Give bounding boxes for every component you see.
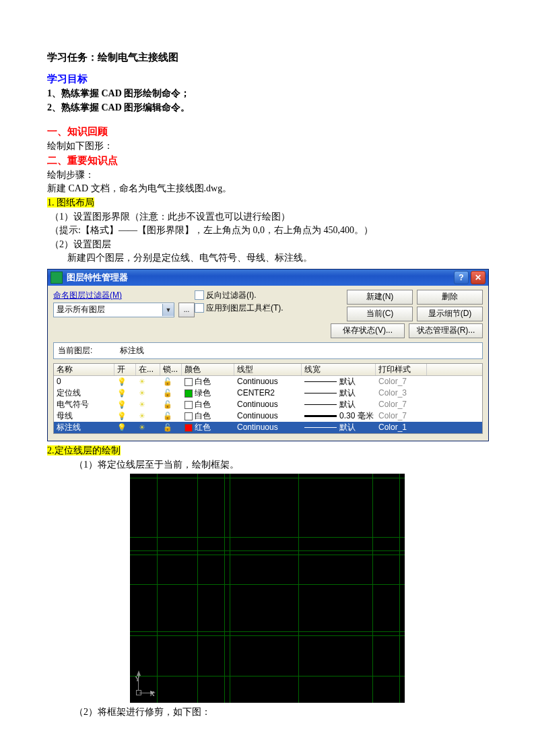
cell-linetype[interactable]: Continuous bbox=[234, 422, 302, 432]
help-button[interactable]: ? bbox=[454, 271, 469, 284]
detail-button[interactable]: 显示细节(D) bbox=[417, 307, 483, 321]
lineweight-icon bbox=[304, 381, 337, 382]
step-2a: （1）将定位线层至于当前，绘制框架。 bbox=[47, 458, 487, 472]
layer-manager-window: 图层特性管理器 ? ✕ 命名图层过滤器(M) 显示所有图层 ▼ ... bbox=[47, 269, 489, 441]
filter-label[interactable]: 命名图层过滤器(M) bbox=[53, 290, 195, 301]
checkbox-icon bbox=[195, 290, 204, 300]
ucs-origin-icon bbox=[136, 690, 141, 695]
cell-plot[interactable]: Color_7 bbox=[376, 411, 427, 420]
delete-button[interactable]: 删除 bbox=[417, 290, 483, 305]
cell-color[interactable]: 红色 bbox=[182, 422, 234, 433]
table-row[interactable]: 母线💡☀🔓白色Continuous0.30 毫米Color_7 bbox=[54, 410, 482, 422]
filter-browse-button[interactable]: ... bbox=[178, 303, 195, 317]
cell-lineweight[interactable]: 默认 bbox=[302, 422, 376, 433]
cell-color[interactable]: 白色 bbox=[182, 376, 234, 387]
cell-lock[interactable]: 🔓 bbox=[160, 422, 182, 432]
layer-filter-combo[interactable]: 显示所有图层 ▼ bbox=[53, 303, 174, 317]
lineweight-icon bbox=[304, 404, 337, 405]
cell-linetype[interactable]: Continuous bbox=[234, 411, 302, 420]
color-swatch bbox=[185, 424, 193, 432]
cell-freeze[interactable]: ☀ bbox=[136, 422, 160, 432]
state-manager-button[interactable]: 状态管理器(R)... bbox=[409, 323, 483, 338]
col-plot[interactable]: 打印样式 bbox=[376, 364, 427, 375]
invert-filter-checkbox[interactable]: 反向过滤器(I). bbox=[195, 290, 309, 301]
cell-lock[interactable]: 🔓 bbox=[160, 388, 182, 398]
lock-icon: 🔓 bbox=[163, 400, 172, 408]
current-layer-field: 当前图层: 标注线 bbox=[53, 342, 483, 359]
cell-lineweight[interactable]: 默认 bbox=[302, 399, 376, 410]
cell-on[interactable]: 💡 bbox=[114, 388, 136, 398]
cell-lock[interactable]: 🔓 bbox=[160, 411, 182, 420]
cell-on[interactable]: 💡 bbox=[114, 411, 136, 420]
cell-lineweight[interactable]: 默认 bbox=[302, 387, 376, 399]
step-2b: （2）将框架进行修剪，如下图： bbox=[47, 705, 487, 719]
cell-lineweight[interactable]: 0.30 毫米 bbox=[302, 410, 376, 422]
cell-freeze[interactable]: ☀ bbox=[136, 400, 160, 409]
step-1-highlight: 1. 图纸布局 bbox=[47, 197, 94, 208]
col-lock[interactable]: 锁... bbox=[160, 364, 182, 375]
apply-toolbar-checkbox[interactable]: 应用到图层工具栏(T). bbox=[195, 303, 309, 314]
color-swatch bbox=[185, 378, 193, 386]
cell-lineweight[interactable]: 默认 bbox=[302, 376, 376, 387]
cell-freeze[interactable]: ☀ bbox=[136, 411, 160, 420]
cell-linetype[interactable]: CENTER2 bbox=[234, 388, 302, 398]
layer-table: 名称 开 在... 锁... 颜色 线型 线宽 打印样式 0💡☀🔓白色Conti… bbox=[53, 363, 483, 434]
table-row[interactable]: 定位线💡☀🔓绿色CENTER2默认Color_3 bbox=[54, 387, 482, 399]
titlebar[interactable]: 图层特性管理器 ? ✕ bbox=[48, 270, 488, 286]
table-row[interactable]: 电气符号💡☀🔓白色Continuous默认Color_7 bbox=[54, 399, 482, 410]
apply-toolbar-label: 应用到图层工具栏(T). bbox=[206, 303, 283, 314]
cell-plot[interactable]: Color_7 bbox=[376, 377, 427, 386]
table-header[interactable]: 名称 开 在... 锁... 颜色 线型 线宽 打印样式 bbox=[54, 364, 482, 376]
step-1c: （2）设置图层 bbox=[47, 238, 487, 251]
cell-color[interactable]: 绿色 bbox=[182, 387, 234, 399]
color-swatch bbox=[185, 389, 193, 398]
axis-x-label: X bbox=[150, 690, 155, 697]
col-freeze[interactable]: 在... bbox=[136, 364, 160, 375]
cell-color[interactable]: 白色 bbox=[182, 410, 234, 422]
cell-on[interactable]: 💡 bbox=[114, 400, 136, 409]
cell-linetype[interactable]: Continuous bbox=[234, 400, 302, 409]
goal-1: 1、熟练掌握 CAD 图形绘制命令； bbox=[47, 87, 487, 100]
cell-plot[interactable]: Color_1 bbox=[376, 422, 427, 432]
current-button[interactable]: 当前(C) bbox=[347, 307, 413, 321]
sun-icon: ☀ bbox=[139, 423, 145, 431]
cell-on[interactable]: 💡 bbox=[114, 377, 136, 386]
app-icon bbox=[51, 272, 63, 284]
cell-linetype[interactable]: Continuous bbox=[234, 377, 302, 386]
cell-plot[interactable]: Color_3 bbox=[376, 388, 427, 398]
cell-name: 母线 bbox=[54, 410, 114, 422]
goals-heading: 学习目标 bbox=[47, 72, 487, 86]
cell-name: 定位线 bbox=[54, 387, 114, 399]
col-lineweight[interactable]: 线宽 bbox=[302, 364, 376, 375]
close-button[interactable]: ✕ bbox=[471, 271, 486, 284]
col-color[interactable]: 颜色 bbox=[182, 364, 234, 375]
invert-filter-label: 反向过滤器(I). bbox=[206, 290, 257, 301]
cell-color[interactable]: 白色 bbox=[182, 399, 234, 410]
color-swatch bbox=[185, 412, 193, 420]
bulb-icon: 💡 bbox=[117, 423, 127, 431]
cell-on[interactable]: 💡 bbox=[114, 422, 136, 432]
sun-icon: ☀ bbox=[139, 389, 145, 397]
save-state-button[interactable]: 保存状态(V)... bbox=[331, 323, 405, 338]
step-1a: （1）设置图形界限（注意：此步不设置也可以进行绘图） bbox=[47, 210, 487, 224]
cell-freeze[interactable]: ☀ bbox=[136, 377, 160, 386]
cad-viewport[interactable]: Y X bbox=[130, 474, 405, 703]
cell-lock[interactable]: 🔓 bbox=[160, 400, 182, 409]
new-button[interactable]: 新建(N) bbox=[347, 290, 413, 305]
current-layer-label: 当前图层: bbox=[58, 345, 120, 356]
cell-plot[interactable]: Color_7 bbox=[376, 400, 427, 409]
chevron-down-icon[interactable]: ▼ bbox=[162, 304, 174, 316]
window-title: 图层特性管理器 bbox=[67, 272, 454, 284]
cell-lock[interactable]: 🔓 bbox=[160, 377, 182, 386]
col-linetype[interactable]: 线型 bbox=[234, 364, 302, 375]
table-row[interactable]: 0💡☀🔓白色Continuous默认Color_7 bbox=[54, 376, 482, 387]
lineweight-icon bbox=[304, 415, 337, 417]
section-2-line-1: 绘制步骤： bbox=[47, 168, 487, 182]
cell-freeze[interactable]: ☀ bbox=[136, 388, 160, 398]
col-name[interactable]: 名称 bbox=[54, 364, 114, 375]
color-swatch bbox=[185, 401, 193, 409]
table-row[interactable]: 标注线💡☀🔓红色Continuous默认Color_1 bbox=[54, 422, 482, 433]
task-title: 学习任务：绘制电气主接线图 bbox=[47, 51, 487, 64]
sun-icon: ☀ bbox=[139, 400, 145, 408]
col-on[interactable]: 开 bbox=[114, 364, 136, 375]
